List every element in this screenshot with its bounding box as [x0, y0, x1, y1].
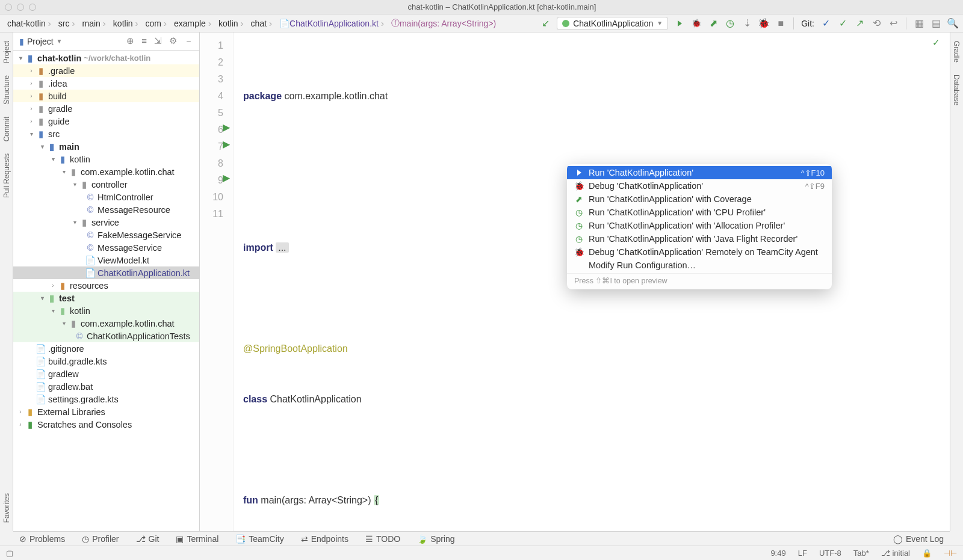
run-icon[interactable]	[674, 18, 685, 29]
tree-gitignore[interactable]: 📄.gitignore	[13, 342, 199, 355]
profile-icon[interactable]: ◷	[725, 18, 735, 29]
tree-fake-service[interactable]: ©FakeMessageService	[13, 229, 199, 241]
tree-html-controller[interactable]: ©HtmlController	[13, 191, 199, 203]
tab-terminal[interactable]: ▣ Terminal	[176, 534, 218, 544]
git-revert-icon[interactable]: ↩	[888, 18, 899, 29]
crumb-kotlin[interactable]: kotlin	[111, 17, 143, 29]
tab-endpoints[interactable]: ⇄ Endpoints	[301, 534, 348, 544]
status-memory-icon[interactable]: ⊣⊢	[944, 549, 957, 558]
tree-chat-app-file[interactable]: 📄ChatKotlinApplication.kt	[13, 266, 199, 279]
tab-project[interactable]: Project	[0, 35, 13, 69]
tree-build-kts[interactable]: 📄build.gradle.kts	[13, 355, 199, 368]
status-windows-icon[interactable]: ▢	[6, 549, 13, 558]
tree-guide[interactable]: ›▮guide	[13, 115, 199, 128]
crumb-kotlin2[interactable]: kotlin	[216, 17, 249, 29]
tab-commit[interactable]: Commit	[0, 111, 13, 147]
tree-main[interactable]: ▾▮main	[13, 140, 199, 153]
status-lock-icon[interactable]: 🔒	[922, 549, 932, 558]
build-icon[interactable]: ↙	[540, 18, 551, 29]
tree-resources[interactable]: ›▮resources	[13, 279, 199, 292]
ctx-modify-run[interactable]: Modify Run Configuration…	[567, 259, 832, 272]
tab-structure[interactable]: Structure	[0, 69, 13, 111]
git-push-icon[interactable]: ↗	[854, 18, 865, 29]
remote-icon[interactable]: 🐞	[758, 18, 769, 29]
tree-src[interactable]: ▾▮src	[13, 128, 199, 140]
tree-gradle-dot[interactable]: ›▮.gradle	[13, 64, 199, 77]
tree-settings-kts[interactable]: 📄settings.gradle.kts	[13, 393, 199, 405]
project-view-selector[interactable]: ▮ Project ▼	[19, 37, 62, 46]
search-icon[interactable]: 🔍	[947, 18, 958, 29]
collapse-icon[interactable]: ⇲	[154, 35, 162, 47]
tree-viewmodel[interactable]: 📄ViewModel.kt	[13, 254, 199, 266]
crumb-com[interactable]: com	[143, 17, 172, 29]
status-git-branch[interactable]: ⎇ initial	[881, 549, 910, 558]
ide-scripting-icon[interactable]: ▦	[914, 18, 924, 29]
tab-git[interactable]: ⎇ Git	[136, 534, 159, 544]
tree-test-kotlin[interactable]: ▾▮kotlin	[13, 304, 199, 317]
run-gutter-icon[interactable]: ▶	[223, 138, 230, 150]
tree-message-service[interactable]: ©MessageService	[13, 241, 199, 254]
stop-icon[interactable]: ■	[775, 18, 786, 29]
select-opened-icon[interactable]: ⊕	[126, 35, 134, 47]
ctx-coverage[interactable]: ⬈Run 'ChatKotlinApplication' with Covera…	[567, 192, 832, 206]
status-caret-pos[interactable]: 9:49	[770, 549, 785, 558]
tree-chat-tests[interactable]: ©ChatKotlinApplicationTests	[13, 330, 199, 342]
tree-root[interactable]: ▾▮chat-kotlin ~/work/chat-kotlin	[13, 52, 199, 64]
hide-icon[interactable]: －	[184, 35, 193, 47]
tree-pkg[interactable]: ▾▮com.example.kotlin.chat	[13, 165, 199, 178]
status-indent[interactable]: Tab*	[853, 549, 869, 558]
tab-pull-requests[interactable]: Pull Requests	[0, 147, 13, 204]
tree-external-libraries[interactable]: ›▮External Libraries	[13, 405, 199, 418]
status-line-sep[interactable]: LF	[798, 549, 807, 558]
coverage-icon[interactable]: ⬈	[708, 18, 719, 29]
crumb-method[interactable]: ⓕ main(args: Array<String>)	[389, 17, 498, 30]
tab-database[interactable]: Database	[950, 69, 963, 111]
tab-profiler[interactable]: ◷ Profiler	[82, 534, 119, 544]
status-encoding[interactable]: UTF-8	[819, 549, 841, 558]
project-tree[interactable]: ▾▮chat-kotlin ~/work/chat-kotlin ›▮.grad…	[13, 51, 199, 531]
crumb-src[interactable]: src	[56, 17, 80, 29]
tab-gradle[interactable]: Gradle	[950, 35, 963, 69]
crumb-project[interactable]: chat-kotlin	[5, 17, 56, 29]
ctx-run[interactable]: Run 'ChatKotlinApplication'^⇧F10	[567, 166, 832, 179]
crumb-chat[interactable]: chat	[249, 17, 277, 29]
tab-todo[interactable]: ☰ TODO	[365, 534, 400, 544]
tree-kotlin[interactable]: ▾▮kotlin	[13, 153, 199, 165]
ctx-jfr[interactable]: ◷Run 'ChatKotlinApplication' with 'Java …	[567, 232, 832, 245]
ctx-cpu-profiler[interactable]: ◷Run 'ChatKotlinApplication' with 'CPU P…	[567, 206, 832, 219]
crumb-example[interactable]: example	[172, 17, 216, 29]
tree-test[interactable]: ▾▮test	[13, 292, 199, 304]
git-update-icon[interactable]: ✓	[820, 18, 831, 29]
tree-message-resource[interactable]: ©MessageResource	[13, 203, 199, 216]
run-gutter-icon[interactable]: ▶	[223, 122, 230, 133]
close-icon[interactable]	[5, 4, 12, 11]
tree-gradlew-bat[interactable]: 📄gradlew.bat	[13, 380, 199, 393]
settings-icon[interactable]: ▤	[930, 18, 941, 29]
attach-icon[interactable]: ⇣	[742, 18, 752, 29]
crumb-main[interactable]: main	[79, 17, 110, 29]
tab-event-log[interactable]: ◯ Event Log	[893, 534, 944, 544]
tab-teamcity[interactable]: 📑 TeamCity	[235, 534, 283, 544]
git-history-icon[interactable]: ⟲	[871, 18, 882, 29]
run-config-select[interactable]: ChatKotlinApplication ▼	[557, 17, 668, 30]
minimize-icon[interactable]	[17, 4, 24, 11]
ctx-alloc-profiler[interactable]: ◷Run 'ChatKotlinApplication' with 'Alloc…	[567, 219, 832, 232]
tree-controller[interactable]: ▾▮controller	[13, 178, 199, 191]
tab-spring[interactable]: 🍃 Spring	[417, 534, 454, 544]
tree-gradlew[interactable]: 📄gradlew	[13, 368, 199, 380]
tree-service[interactable]: ▾▮service	[13, 216, 199, 229]
crumb-file[interactable]: 📄 ChatKotlinApplication.kt	[277, 17, 389, 29]
tab-problems[interactable]: ⊘ Problems	[19, 534, 65, 544]
inspection-ok-icon[interactable]: ✓	[932, 37, 940, 48]
tab-favorites[interactable]: Favorites	[0, 487, 13, 529]
git-commit-icon[interactable]: ✓	[837, 18, 848, 29]
ctx-tc-debug[interactable]: 🐞Debug 'ChatKotlinApplication' Remotely …	[567, 245, 832, 259]
editor-gutter[interactable]: 1 2 3 4 5 6 7 8 9 10 11	[200, 32, 234, 531]
gear-icon[interactable]: ⚙	[169, 35, 177, 47]
tree-gradle[interactable]: ›▮gradle	[13, 102, 199, 115]
debug-icon[interactable]: 🐞	[691, 18, 702, 29]
expand-all-icon[interactable]: ≡	[141, 35, 147, 47]
tree-build[interactable]: ›▮build	[13, 90, 199, 102]
run-gutter-icon[interactable]: ▶	[223, 172, 230, 183]
zoom-icon[interactable]	[29, 4, 36, 11]
